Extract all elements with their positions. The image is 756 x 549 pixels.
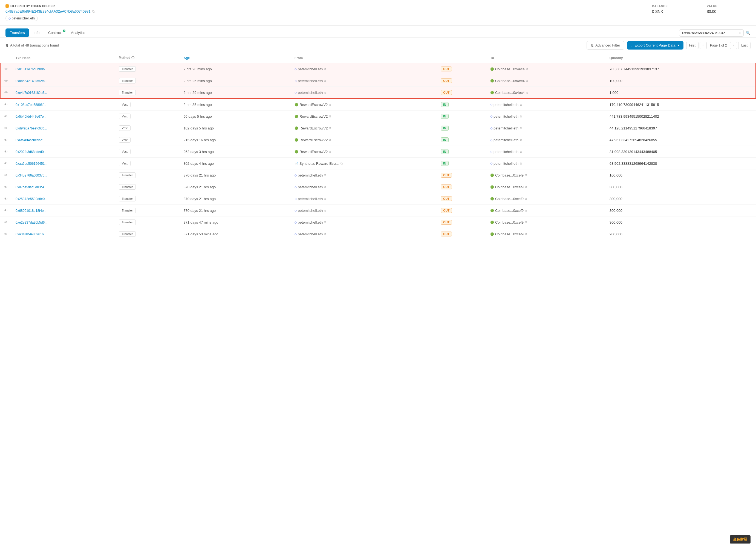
- from-address-link[interactable]: ◇ petemitchell.eth: [295, 91, 323, 95]
- to-address-link[interactable]: 🟢 Coinbase...0xcef9: [490, 197, 524, 201]
- txn-hash-link[interactable]: 0x68091018d18f4e...: [16, 209, 47, 213]
- copy-to-icon[interactable]: ⧉: [525, 185, 527, 189]
- txn-hash-link[interactable]: 0xa34feb4e869616...: [16, 232, 47, 236]
- copy-from-icon[interactable]: ⧉: [324, 197, 326, 201]
- to-address-link[interactable]: ◇ petemitchell.eth: [490, 114, 518, 119]
- copy-address-icon[interactable]: ⧉: [92, 10, 95, 13]
- tab-analytics[interactable]: Analytics: [67, 28, 90, 37]
- txn-hash-link[interactable]: 0xab5e42143fa52fa...: [16, 79, 47, 83]
- to-address-link[interactable]: 🟢 Coinbase...0x4ec4: [490, 67, 525, 71]
- from-address-link[interactable]: 🟢 RewardEscrowV2: [295, 114, 328, 119]
- from-address-link[interactable]: ◇ petemitchell.eth: [295, 232, 323, 236]
- eye-icon[interactable]: 👁: [4, 220, 8, 224]
- copy-to-icon[interactable]: ⧉: [520, 162, 522, 165]
- export-button[interactable]: ↓ Export Current Page Data ▾: [627, 41, 683, 50]
- eye-icon[interactable]: 👁: [4, 126, 8, 130]
- copy-from-icon[interactable]: ⧉: [324, 232, 326, 236]
- eye-icon[interactable]: 👁: [4, 67, 8, 71]
- copy-to-icon[interactable]: ⧉: [520, 103, 522, 106]
- eye-icon[interactable]: 👁: [4, 150, 8, 154]
- to-address-link[interactable]: ◇ petemitchell.eth: [490, 126, 518, 130]
- copy-from-icon[interactable]: ⧉: [324, 185, 326, 189]
- copy-to-icon[interactable]: ⧉: [525, 209, 527, 212]
- txn-hash-link[interactable]: 0x81311e76d0b0db...: [16, 67, 47, 71]
- to-address-link[interactable]: 🟢 Coinbase...0x4ec4: [490, 91, 525, 95]
- eye-icon[interactable]: 👁: [4, 103, 8, 107]
- to-address-link[interactable]: ◇ petemitchell.eth: [490, 138, 518, 142]
- from-address-link[interactable]: 🟢 RewardEscrowV2: [295, 138, 328, 142]
- col-age[interactable]: Age: [180, 53, 291, 63]
- to-address-link[interactable]: 🟢 Coinbase...0xcef9: [490, 173, 524, 177]
- from-address-link[interactable]: ◇ petemitchell.eth: [295, 220, 323, 224]
- from-address-link[interactable]: 🟢 RewardEscrowV2: [295, 150, 328, 154]
- copy-from-icon[interactable]: ⧉: [324, 221, 326, 224]
- copy-from-icon[interactable]: ⧉: [329, 103, 331, 106]
- to-address-link[interactable]: 🟢 Coinbase...0x4ec4: [490, 79, 525, 83]
- txn-hash-link[interactable]: 0x6fc48f4ccbedac1...: [16, 138, 47, 142]
- copy-to-icon[interactable]: ⧉: [526, 79, 528, 83]
- search-clear-icon[interactable]: ×: [738, 31, 741, 35]
- copy-to-icon[interactable]: ⧉: [525, 174, 527, 177]
- eye-icon[interactable]: 👁: [4, 161, 8, 166]
- txn-hash-link[interactable]: 0xe2e337da20b5d6...: [16, 221, 47, 224]
- eye-icon[interactable]: 👁: [4, 185, 8, 189]
- search-input[interactable]: [682, 31, 737, 35]
- copy-from-icon[interactable]: ⧉: [324, 174, 326, 177]
- from-address-link[interactable]: ◇ petemitchell.eth: [295, 185, 323, 189]
- txn-hash-link[interactable]: 0xaa5ae506156451...: [16, 162, 47, 166]
- copy-from-icon[interactable]: ⧉: [324, 209, 326, 212]
- token-holder-address[interactable]: 0x9B7a6E6b894E243E994cfAA32eA07D8a607409…: [5, 9, 641, 13]
- to-address-link[interactable]: 🟢 Coinbase...0xcef9: [490, 232, 524, 236]
- copy-to-icon[interactable]: ⧉: [520, 115, 522, 118]
- copy-from-icon[interactable]: ⧉: [329, 115, 331, 118]
- to-address-link[interactable]: 🟢 Coinbase...0xcef9: [490, 185, 524, 189]
- txn-hash-link[interactable]: 0x3452766ac6037d...: [16, 174, 47, 177]
- txn-hash-link[interactable]: 0xd9fa0a7beefc63c...: [16, 126, 47, 130]
- next-page-button[interactable]: ›: [730, 42, 737, 49]
- copy-from-icon[interactable]: ⧉: [341, 162, 343, 165]
- copy-from-icon[interactable]: ⧉: [324, 67, 326, 71]
- to-address-link[interactable]: 🟢 Coinbase...0xcef9: [490, 209, 524, 213]
- first-page-button[interactable]: First: [686, 42, 699, 49]
- eye-icon[interactable]: 👁: [4, 173, 8, 177]
- copy-to-icon[interactable]: ⧉: [526, 91, 528, 94]
- txn-hash-link[interactable]: 0x292fb3d68bded0...: [16, 150, 47, 154]
- from-address-link[interactable]: ◇ petemitchell.eth: [295, 79, 323, 83]
- from-address-link[interactable]: ◇ petemitchell.eth: [295, 67, 323, 71]
- tab-transfers[interactable]: Transfers: [5, 28, 29, 37]
- eye-icon[interactable]: 👁: [4, 79, 8, 83]
- search-button[interactable]: 🔍: [746, 31, 751, 35]
- eye-icon[interactable]: 👁: [4, 114, 8, 119]
- copy-to-icon[interactable]: ⧉: [526, 67, 528, 71]
- copy-to-icon[interactable]: ⧉: [525, 232, 527, 236]
- from-address-link[interactable]: 📄 Synthetix: Reward Escr...: [295, 161, 339, 166]
- copy-to-icon[interactable]: ⧉: [525, 221, 527, 224]
- eye-icon[interactable]: 👁: [4, 197, 8, 201]
- eye-icon[interactable]: 👁: [4, 209, 8, 213]
- from-address-link[interactable]: ◇ petemitchell.eth: [295, 209, 323, 213]
- copy-from-icon[interactable]: ⧉: [329, 138, 331, 142]
- copy-from-icon[interactable]: ⧉: [324, 79, 326, 83]
- last-page-button[interactable]: Last: [738, 42, 751, 49]
- txn-hash-link[interactable]: 0x108ac7ee68896f...: [16, 103, 46, 107]
- to-address-link[interactable]: ◇ petemitchell.eth: [490, 150, 518, 154]
- copy-from-icon[interactable]: ⧉: [324, 91, 326, 94]
- tab-info[interactable]: Info: [29, 28, 44, 37]
- prev-page-button[interactable]: ‹: [700, 42, 707, 49]
- eye-icon[interactable]: 👁: [4, 232, 8, 236]
- copy-to-icon[interactable]: ⧉: [525, 197, 527, 201]
- to-address-link[interactable]: ◇ petemitchell.eth: [490, 103, 518, 107]
- eye-icon[interactable]: 👁: [4, 138, 8, 142]
- copy-from-icon[interactable]: ⧉: [329, 126, 331, 130]
- eye-icon[interactable]: 👁: [4, 91, 8, 95]
- copy-to-icon[interactable]: ⧉: [520, 126, 522, 130]
- copy-to-icon[interactable]: ⧉: [520, 138, 522, 142]
- tab-contract[interactable]: Contract ✓: [44, 28, 67, 37]
- from-address-link[interactable]: ◇ petemitchell.eth: [295, 173, 323, 177]
- copy-from-icon[interactable]: ⧉: [329, 150, 331, 154]
- txn-hash-link[interactable]: 0xd7ca5daff5db3c4...: [16, 185, 47, 189]
- to-address-link[interactable]: 🟢 Coinbase...0xcef9: [490, 220, 524, 224]
- advanced-filter-button[interactable]: ⇅ Advanced Filter: [587, 41, 624, 50]
- txn-hash-link[interactable]: 0x5b40fdd447e67e...: [16, 115, 47, 119]
- from-address-link[interactable]: ◇ petemitchell.eth: [295, 197, 323, 201]
